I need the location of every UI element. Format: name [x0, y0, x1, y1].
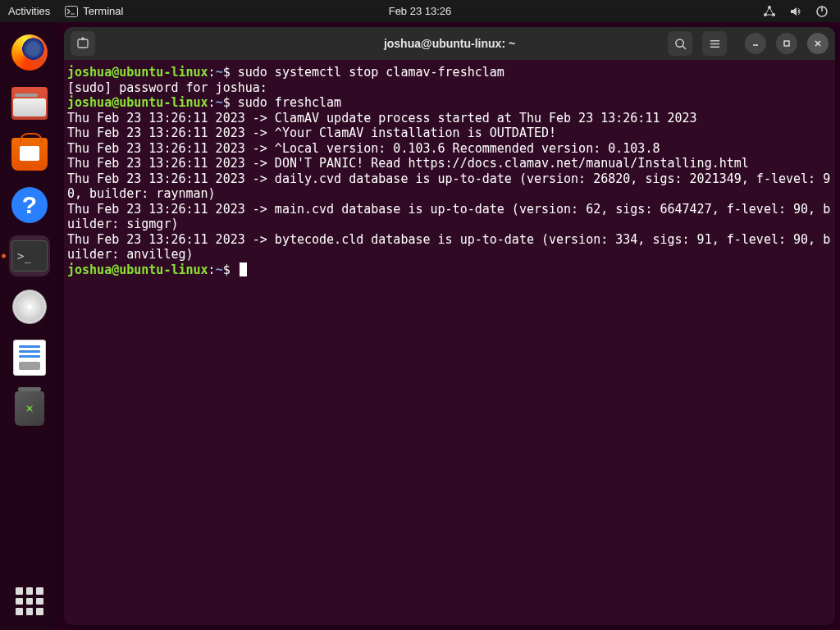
menu-button[interactable] [702, 31, 727, 56]
prompt-path: ~ [216, 262, 223, 277]
titlebar[interactable]: joshua@ubuntu-linux: ~ [64, 27, 835, 60]
prompt-sigil: $ [223, 95, 231, 110]
out-line: Thu Feb 23 13:26:11 2023 -> main.cvd dat… [67, 202, 830, 232]
prompt-path: ~ [216, 65, 223, 80]
top-bar: Activities Terminal Feb 23 13:26 [0, 0, 840, 22]
close-button[interactable] [807, 33, 829, 54]
cmd-2: sudo freshclam [231, 95, 341, 110]
dock-texteditor[interactable] [9, 337, 50, 378]
terminal-window: joshua@ubuntu-linux: ~ [64, 27, 835, 625]
files-icon [11, 87, 48, 120]
window-title: joshua@ubuntu-linux: ~ [384, 37, 515, 50]
new-tab-icon [76, 37, 89, 50]
prompt-user: joshua@ubuntu-linux [67, 95, 208, 110]
new-tab-button[interactable] [71, 31, 95, 56]
maximize-icon [783, 39, 791, 48]
software-icon [11, 138, 48, 171]
prompt-sep: : [208, 262, 216, 277]
svg-rect-6 [78, 39, 88, 48]
show-apps-button[interactable] [0, 587, 59, 615]
out-line: Thu Feb 23 13:26:11 2023 -> ^Local versi… [67, 141, 660, 156]
close-icon [814, 39, 822, 48]
activities-button[interactable]: Activities [8, 5, 50, 17]
trash-icon [15, 391, 44, 426]
dock-software[interactable] [9, 134, 50, 175]
out-line: [sudo] password for joshua: [67, 80, 267, 95]
cmd-1: sudo systemctl stop clamav-freshclam [231, 65, 504, 80]
texteditor-icon [13, 340, 46, 376]
clock[interactable]: Feb 23 13:26 [389, 5, 452, 17]
prompt-sigil: $ [223, 262, 231, 277]
minimize-icon [751, 39, 760, 48]
dock-terminal[interactable]: >_ [9, 235, 50, 276]
search-icon [674, 38, 687, 50]
out-line: Thu Feb 23 13:26:11 2023 -> bytecode.cld… [67, 232, 830, 262]
prompt-user: joshua@ubuntu-linux [67, 65, 208, 80]
terminal-icon: >_ [11, 240, 48, 272]
maximize-button[interactable] [776, 33, 797, 54]
prompt-sigil: $ [223, 65, 231, 80]
hamburger-icon [709, 38, 721, 50]
dock-firefox[interactable] [9, 32, 50, 73]
dock-disk[interactable] [9, 286, 50, 327]
dock-trash[interactable] [9, 388, 50, 429]
network-icon[interactable] [763, 5, 776, 18]
terminal-output[interactable]: joshua@ubuntu-linux:~$ sudo systemctl st… [64, 60, 835, 625]
terminal-icon [65, 6, 78, 17]
prompt-sep: : [208, 95, 216, 110]
svg-rect-0 [66, 6, 78, 16]
out-line: Thu Feb 23 13:26:11 2023 -> ^Your ClamAV… [67, 126, 556, 140]
svg-point-7 [675, 39, 682, 46]
app-menu[interactable]: Terminal [65, 5, 123, 17]
firefox-icon [11, 34, 48, 71]
cursor [240, 262, 247, 276]
out-line: Thu Feb 23 13:26:11 2023 -> ClamAV updat… [67, 111, 697, 126]
minimize-button[interactable] [745, 33, 766, 54]
prompt-sep: : [208, 65, 216, 80]
help-icon: ? [11, 187, 48, 223]
dock-help[interactable]: ? [9, 185, 50, 226]
dock: ? >_ [0, 22, 59, 630]
power-icon[interactable] [815, 5, 829, 18]
search-button[interactable] [668, 31, 692, 56]
disk-icon [12, 290, 47, 324]
out-line: Thu Feb 23 13:26:11 2023 -> DON'T PANIC!… [67, 156, 749, 171]
volume-icon[interactable] [789, 5, 802, 18]
dock-files[interactable] [9, 83, 50, 124]
out-line: Thu Feb 23 13:26:11 2023 -> daily.cvd da… [67, 171, 830, 202]
svg-rect-10 [784, 41, 789, 46]
svg-line-8 [682, 46, 686, 49]
prompt-user: joshua@ubuntu-linux [67, 262, 208, 277]
prompt-path: ~ [216, 95, 223, 110]
apps-grid-icon [16, 587, 43, 615]
app-menu-label: Terminal [83, 5, 123, 17]
